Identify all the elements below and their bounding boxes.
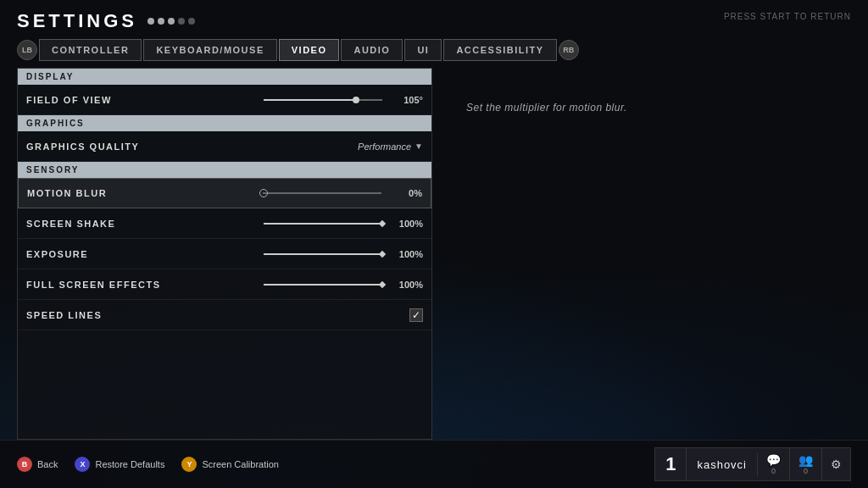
- tab-accessibility[interactable]: ACCESSIBILITY: [443, 39, 556, 61]
- speed-lines-label: SPEED LINES: [26, 310, 409, 320]
- field-of-view-control: 105°: [264, 95, 423, 105]
- dot-3: [168, 18, 175, 25]
- player-info: 1 kashovci 💬 0 👥 0 ⚙: [654, 447, 851, 481]
- player-name: kashovci: [687, 453, 758, 476]
- calibrate-action[interactable]: Y Screen Calibration: [181, 457, 279, 472]
- setting-full-screen-effects[interactable]: FULL SCREEN EFFECTS 100%: [18, 269, 431, 300]
- dot-4: [178, 18, 185, 25]
- exposure-value: 100%: [389, 249, 423, 259]
- graphics-quality-control[interactable]: Performance ▼: [358, 141, 423, 152]
- slider-thumb-exp: [379, 250, 386, 257]
- restore-action[interactable]: X Restore Defaults: [75, 457, 164, 472]
- restore-label: Restore Defaults: [95, 459, 164, 469]
- field-of-view-value: 105°: [389, 95, 423, 105]
- chat-icon: 💬: [766, 453, 781, 467]
- section-graphics-header: GRAPHICS: [18, 115, 431, 131]
- description-panel: Set the multiplier for motion blur.: [449, 68, 851, 440]
- graphics-quality-label: GRAPHICS QUALITY: [26, 141, 358, 152]
- back-icon: B: [17, 457, 32, 472]
- page-title: SETTINGS: [17, 10, 137, 32]
- setting-graphics-quality[interactable]: GRAPHICS QUALITY Performance ▼: [18, 131, 431, 162]
- calibrate-label: Screen Calibration: [202, 459, 279, 469]
- dropdown-arrow: ▼: [415, 141, 423, 151]
- setting-field-of-view[interactable]: FIELD OF VIEW 105°: [18, 85, 431, 115]
- setting-motion-blur[interactable]: MOTION BLUR 0%: [18, 178, 431, 208]
- slider-thumb-ss: [379, 219, 386, 226]
- speed-lines-control: ✓: [409, 308, 423, 322]
- speed-lines-checkbox[interactable]: ✓: [409, 308, 423, 322]
- slider-thumb-mb: [259, 189, 268, 197]
- exposure-slider[interactable]: [264, 253, 382, 255]
- dot-1: [147, 18, 154, 25]
- full-screen-effects-value: 100%: [389, 280, 423, 290]
- tabs-row: LB CONTROLLER KEYBOARD/MOUSE VIDEO AUDIO…: [0, 39, 868, 61]
- slider-thumb-fse: [379, 280, 386, 287]
- slider-track-ss: [264, 223, 382, 225]
- tab-rb[interactable]: RB: [559, 40, 579, 60]
- tab-audio[interactable]: AUDIO: [341, 39, 403, 61]
- setting-exposure[interactable]: EXPOSURE 100%: [18, 239, 431, 269]
- header-dots: [147, 18, 195, 25]
- bottom-actions: B Back X Restore Defaults Y Screen Calib…: [17, 457, 279, 472]
- settings-container: SETTINGS PRESS START TO RETURN LB CONTRO…: [0, 0, 868, 488]
- full-screen-effects-label: FULL SCREEN EFFECTS: [26, 280, 264, 290]
- full-screen-effects-slider[interactable]: [264, 284, 382, 286]
- slider-track-fse: [264, 284, 382, 286]
- screen-shake-slider[interactable]: [264, 223, 382, 225]
- description-text: Set the multiplier for motion blur.: [466, 102, 627, 114]
- player-number: 1: [655, 448, 687, 480]
- chat-icon-btn[interactable]: 💬 0: [758, 448, 790, 480]
- slider-fill-exp: [264, 253, 382, 255]
- player-icons: 💬 0 👥 0 ⚙: [758, 448, 850, 480]
- motion-blur-slider[interactable]: [263, 192, 381, 194]
- tab-controller[interactable]: CONTROLLER: [39, 39, 142, 61]
- tab-keyboard[interactable]: KEYBOARD/MOUSE: [143, 39, 276, 61]
- main-content: DISPLAY FIELD OF VIEW 105°: [0, 68, 868, 440]
- header: SETTINGS PRESS START TO RETURN: [0, 0, 868, 39]
- checkbox-check: ✓: [412, 309, 420, 321]
- slider-track-mb: [263, 192, 381, 194]
- section-display-header: DISPLAY: [18, 69, 431, 85]
- restore-icon: X: [75, 457, 90, 472]
- exposure-control: 100%: [264, 249, 423, 259]
- setting-speed-lines[interactable]: SPEED LINES ✓: [18, 300, 431, 330]
- settings-icon: ⚙: [831, 458, 842, 471]
- back-action[interactable]: B Back: [17, 457, 58, 472]
- bottom-bar: B Back X Restore Defaults Y Screen Calib…: [0, 440, 868, 488]
- field-of-view-slider[interactable]: [264, 99, 382, 101]
- section-sensory-header: SENSORY: [18, 162, 431, 178]
- back-label: Back: [37, 459, 58, 469]
- settings-icon-btn[interactable]: ⚙: [822, 448, 850, 480]
- friends-count: 0: [804, 467, 808, 475]
- motion-blur-label: MOTION BLUR: [27, 188, 263, 198]
- slider-thumb: [353, 97, 359, 103]
- graphics-quality-value: Performance: [358, 141, 411, 152]
- friends-icon: 👥: [798, 453, 813, 467]
- tab-lb[interactable]: LB: [17, 40, 37, 60]
- motion-blur-value: 0%: [388, 188, 422, 198]
- slider-track-exp: [264, 253, 382, 255]
- screen-shake-control: 100%: [264, 219, 423, 229]
- setting-screen-shake[interactable]: SCREEN SHAKE 100%: [18, 208, 431, 239]
- motion-blur-control: 0%: [263, 188, 422, 198]
- top-right-info: PRESS START TO RETURN: [724, 12, 851, 21]
- dot-2: [158, 18, 164, 25]
- screen-shake-value: 100%: [389, 219, 423, 229]
- dot-5: [188, 18, 195, 25]
- slider-fill-fse: [264, 284, 382, 286]
- chat-count: 0: [771, 467, 776, 475]
- tab-video[interactable]: VIDEO: [279, 39, 340, 61]
- settings-scroll[interactable]: DISPLAY FIELD OF VIEW 105°: [18, 69, 431, 439]
- calibrate-icon: Y: [181, 457, 197, 472]
- slider-track: [264, 99, 382, 101]
- tab-ui[interactable]: UI: [404, 39, 442, 61]
- screen-shake-label: SCREEN SHAKE: [26, 219, 264, 229]
- slider-fill-ss: [264, 223, 382, 225]
- field-of-view-label: FIELD OF VIEW: [26, 95, 264, 105]
- slider-fill: [264, 99, 356, 101]
- full-screen-effects-control: 100%: [264, 280, 423, 290]
- settings-panel: DISPLAY FIELD OF VIEW 105°: [17, 68, 432, 440]
- friends-icon-btn[interactable]: 👥 0: [790, 448, 822, 480]
- exposure-label: EXPOSURE: [26, 249, 264, 259]
